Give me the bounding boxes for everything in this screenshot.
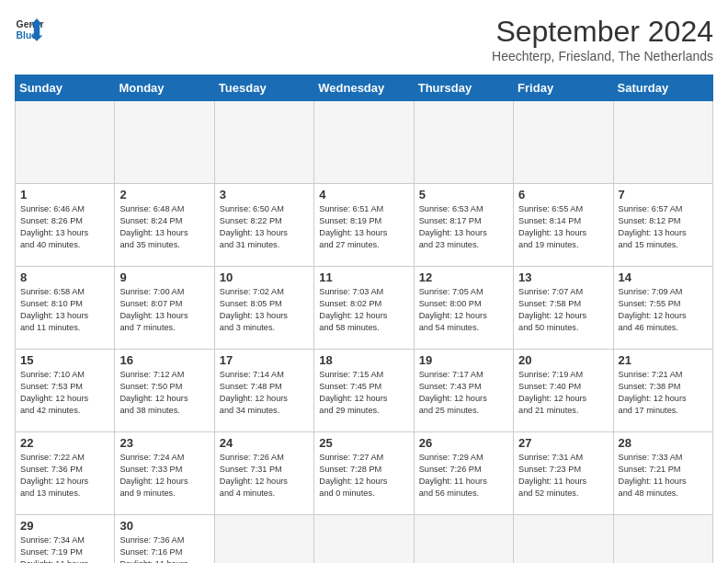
day-number: 15 xyxy=(20,353,109,367)
calendar-cell: 29Sunrise: 7:34 AM Sunset: 7:19 PM Dayli… xyxy=(16,515,115,564)
calendar-cell: 30Sunrise: 7:36 AM Sunset: 7:16 PM Dayli… xyxy=(115,515,214,564)
weekday-header: Tuesday xyxy=(214,75,313,101)
day-info: Sunrise: 7:24 AM Sunset: 7:33 PM Dayligh… xyxy=(119,452,209,500)
day-number: 22 xyxy=(20,436,109,450)
logo: General Blue xyxy=(15,15,44,44)
day-number: 18 xyxy=(319,353,408,367)
calendar-cell: 21Sunrise: 7:21 AM Sunset: 7:38 PM Dayli… xyxy=(613,350,712,432)
day-info: Sunrise: 7:09 AM Sunset: 7:55 PM Dayligh… xyxy=(619,286,708,334)
calendar-cell xyxy=(214,515,313,564)
day-number: 29 xyxy=(20,519,109,533)
calendar-cell: 25Sunrise: 7:27 AM Sunset: 7:28 PM Dayli… xyxy=(314,432,414,515)
calendar-cell xyxy=(514,101,613,184)
day-number: 13 xyxy=(518,270,608,284)
day-info: Sunrise: 6:51 AM Sunset: 8:19 PM Dayligh… xyxy=(319,203,408,251)
day-number: 8 xyxy=(20,270,109,284)
day-info: Sunrise: 7:26 AM Sunset: 7:31 PM Dayligh… xyxy=(220,452,309,500)
day-number: 26 xyxy=(419,436,508,450)
calendar-cell: 5Sunrise: 6:53 AM Sunset: 8:17 PM Daylig… xyxy=(414,184,513,267)
calendar-cell: 16Sunrise: 7:12 AM Sunset: 7:50 PM Dayli… xyxy=(115,350,214,432)
day-info: Sunrise: 6:53 AM Sunset: 8:17 PM Dayligh… xyxy=(419,203,508,251)
day-info: Sunrise: 7:03 AM Sunset: 8:02 PM Dayligh… xyxy=(319,286,408,334)
calendar-cell: 17Sunrise: 7:14 AM Sunset: 7:48 PM Dayli… xyxy=(214,350,313,432)
calendar-cell: 4Sunrise: 6:51 AM Sunset: 8:19 PM Daylig… xyxy=(314,184,414,267)
day-number: 20 xyxy=(518,353,608,367)
day-info: Sunrise: 7:22 AM Sunset: 7:36 PM Dayligh… xyxy=(20,452,109,500)
day-number: 9 xyxy=(119,270,209,284)
day-info: Sunrise: 7:15 AM Sunset: 7:45 PM Dayligh… xyxy=(319,369,408,417)
calendar-cell: 2Sunrise: 6:48 AM Sunset: 8:24 PM Daylig… xyxy=(115,184,214,267)
day-info: Sunrise: 7:27 AM Sunset: 7:28 PM Dayligh… xyxy=(319,452,408,500)
day-info: Sunrise: 7:31 AM Sunset: 7:23 PM Dayligh… xyxy=(518,452,608,500)
day-info: Sunrise: 7:10 AM Sunset: 7:53 PM Dayligh… xyxy=(20,369,109,417)
month-title: September 2024 xyxy=(492,15,713,49)
weekday-header: Wednesday xyxy=(314,75,414,101)
day-number: 6 xyxy=(518,188,608,201)
day-number: 23 xyxy=(119,436,209,450)
day-number: 25 xyxy=(319,436,408,450)
day-info: Sunrise: 7:14 AM Sunset: 7:48 PM Dayligh… xyxy=(220,369,309,417)
calendar-cell: 24Sunrise: 7:26 AM Sunset: 7:31 PM Dayli… xyxy=(214,432,313,515)
weekday-header: Monday xyxy=(115,75,214,101)
day-number: 10 xyxy=(220,270,309,284)
day-number: 16 xyxy=(119,353,209,367)
day-number: 1 xyxy=(20,188,109,201)
calendar-cell: 22Sunrise: 7:22 AM Sunset: 7:36 PM Dayli… xyxy=(16,432,115,515)
day-info: Sunrise: 7:34 AM Sunset: 7:19 PM Dayligh… xyxy=(20,534,109,563)
calendar-cell xyxy=(514,515,613,564)
day-number: 12 xyxy=(419,270,508,284)
calendar-cell: 23Sunrise: 7:24 AM Sunset: 7:33 PM Dayli… xyxy=(115,432,214,515)
calendar-cell: 3Sunrise: 6:50 AM Sunset: 8:22 PM Daylig… xyxy=(214,184,313,267)
day-info: Sunrise: 7:05 AM Sunset: 8:00 PM Dayligh… xyxy=(419,286,508,334)
day-number: 2 xyxy=(119,188,209,201)
day-info: Sunrise: 6:57 AM Sunset: 8:12 PM Dayligh… xyxy=(619,203,708,251)
day-number: 3 xyxy=(220,188,309,201)
calendar-cell: 7Sunrise: 6:57 AM Sunset: 8:12 PM Daylig… xyxy=(613,184,712,267)
day-info: Sunrise: 7:07 AM Sunset: 7:58 PM Dayligh… xyxy=(518,286,608,334)
day-info: Sunrise: 7:17 AM Sunset: 7:43 PM Dayligh… xyxy=(419,369,508,417)
calendar-cell: 26Sunrise: 7:29 AM Sunset: 7:26 PM Dayli… xyxy=(414,432,513,515)
day-info: Sunrise: 6:48 AM Sunset: 8:24 PM Dayligh… xyxy=(119,203,209,251)
calendar-cell xyxy=(115,101,214,184)
day-number: 17 xyxy=(220,353,309,367)
weekday-header: Thursday xyxy=(414,75,513,101)
day-number: 21 xyxy=(619,353,708,367)
calendar-cell xyxy=(16,101,115,184)
day-number: 7 xyxy=(619,188,708,201)
day-info: Sunrise: 7:02 AM Sunset: 8:05 PM Dayligh… xyxy=(220,286,309,334)
calendar-cell: 8Sunrise: 6:58 AM Sunset: 8:10 PM Daylig… xyxy=(16,267,115,350)
day-info: Sunrise: 6:58 AM Sunset: 8:10 PM Dayligh… xyxy=(20,286,109,334)
day-info: Sunrise: 6:46 AM Sunset: 8:26 PM Dayligh… xyxy=(20,203,109,251)
calendar-cell: 18Sunrise: 7:15 AM Sunset: 7:45 PM Dayli… xyxy=(314,350,414,432)
calendar-cell: 19Sunrise: 7:17 AM Sunset: 7:43 PM Dayli… xyxy=(414,350,513,432)
day-info: Sunrise: 7:21 AM Sunset: 7:38 PM Dayligh… xyxy=(619,369,708,417)
calendar-table: SundayMondayTuesdayWednesdayThursdayFrid… xyxy=(15,75,713,563)
page-header: General Blue September 2024 Heechterp, F… xyxy=(15,15,713,63)
day-number: 14 xyxy=(619,270,708,284)
day-number: 5 xyxy=(419,188,508,201)
day-number: 4 xyxy=(319,188,408,201)
calendar-cell xyxy=(314,101,414,184)
calendar-cell: 12Sunrise: 7:05 AM Sunset: 8:00 PM Dayli… xyxy=(414,267,513,350)
calendar-cell: 10Sunrise: 7:02 AM Sunset: 8:05 PM Dayli… xyxy=(214,267,313,350)
location: Heechterp, Friesland, The Netherlands xyxy=(492,49,713,63)
calendar-cell: 13Sunrise: 7:07 AM Sunset: 7:58 PM Dayli… xyxy=(514,267,613,350)
calendar-cell: 9Sunrise: 7:00 AM Sunset: 8:07 PM Daylig… xyxy=(115,267,214,350)
day-info: Sunrise: 7:29 AM Sunset: 7:26 PM Dayligh… xyxy=(419,452,508,500)
day-number: 28 xyxy=(619,436,708,450)
day-info: Sunrise: 6:50 AM Sunset: 8:22 PM Dayligh… xyxy=(220,203,309,251)
title-block: September 2024 Heechterp, Friesland, The… xyxy=(492,15,713,63)
weekday-header: Friday xyxy=(514,75,613,101)
calendar-cell: 27Sunrise: 7:31 AM Sunset: 7:23 PM Dayli… xyxy=(514,432,613,515)
day-info: Sunrise: 7:36 AM Sunset: 7:16 PM Dayligh… xyxy=(119,534,209,563)
calendar-cell xyxy=(314,515,414,564)
calendar-cell: 11Sunrise: 7:03 AM Sunset: 8:02 PM Dayli… xyxy=(314,267,414,350)
weekday-header: Saturday xyxy=(613,75,712,101)
day-info: Sunrise: 7:12 AM Sunset: 7:50 PM Dayligh… xyxy=(119,369,209,417)
day-number: 30 xyxy=(119,519,209,533)
day-number: 19 xyxy=(419,353,508,367)
calendar-cell: 14Sunrise: 7:09 AM Sunset: 7:55 PM Dayli… xyxy=(613,267,712,350)
day-info: Sunrise: 7:33 AM Sunset: 7:21 PM Dayligh… xyxy=(619,452,708,500)
day-number: 24 xyxy=(220,436,309,450)
calendar-cell: 20Sunrise: 7:19 AM Sunset: 7:40 PM Dayli… xyxy=(514,350,613,432)
